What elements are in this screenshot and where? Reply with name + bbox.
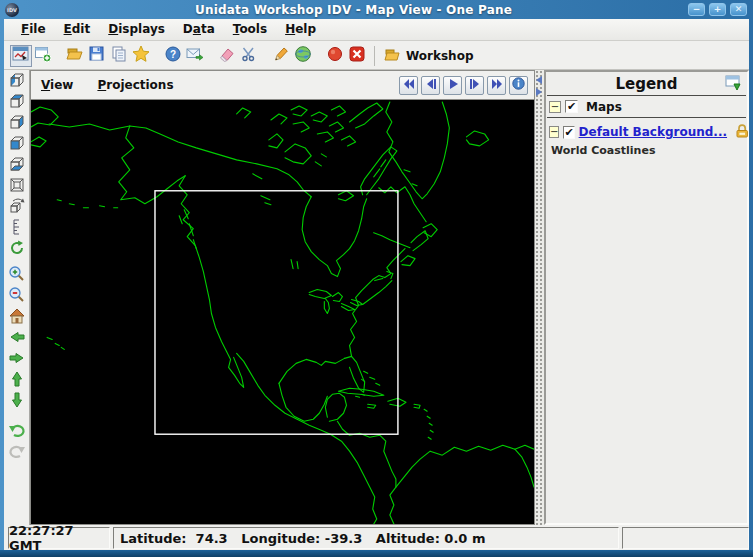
zoom-out-icon [8,286,26,307]
undo-button[interactable] [6,421,28,442]
open-file-button[interactable] [64,45,86,67]
record-image-button[interactable] [324,45,346,67]
globe-projection-button[interactable] [292,45,314,67]
help-button[interactable]: ? [162,45,184,67]
reset-home-button[interactable] [6,307,28,328]
menu-projections[interactable]: Projections [97,76,183,94]
view-left-button[interactable] [6,71,28,92]
zoom-in-button[interactable] [6,265,28,286]
float-legend-button[interactable] [725,75,743,92]
play-button[interactable] [443,76,462,95]
support-request-button[interactable] [184,45,206,67]
workshop-group[interactable]: Workshop [384,47,473,65]
vertical-scale-button[interactable] [6,218,28,239]
maps-group-label: Maps [582,100,622,114]
step-back-button[interactable] [421,76,440,95]
default-background-link[interactable]: Default Background... [579,125,727,139]
minimize-button[interactable]: − [688,3,705,16]
maximize-button[interactable]: + [709,3,726,16]
menu-edit[interactable]: Edit [55,20,100,39]
save-floppy-icon [88,45,106,66]
cube-left-icon [8,71,26,92]
pan-up-button[interactable] [6,370,28,391]
save-file-button[interactable] [86,45,108,67]
window-bottom-border [0,550,753,557]
view-bottom-button[interactable] [6,155,28,176]
longitude-label: Longitude: [228,531,321,546]
new-window-icon [34,45,52,66]
map-canvas[interactable] [31,99,534,524]
title-bar[interactable]: IDV Unidata Workshop IDV - Map View - On… [0,0,753,19]
arrow-up-icon [8,370,26,391]
go-to-start-button[interactable] [399,76,418,95]
cube-top-icon [8,92,26,113]
undo-icon [8,421,26,442]
show-dashboard-button[interactable] [10,45,32,67]
panel-splitter[interactable] [535,70,544,525]
record-icon [326,45,344,66]
cube-front-icon [8,134,26,155]
info-icon [512,77,525,93]
go-to-end-button[interactable] [487,76,506,95]
redo-icon [8,442,26,463]
altitude-value: 0.0 m [440,531,486,546]
erase-displays-button[interactable] [216,45,238,67]
menu-help[interactable]: Help [276,20,325,39]
cube-bottom-icon [8,155,26,176]
menu-displays[interactable]: Displays [99,20,174,39]
menu-bar: File Edit Displays Data Tools Help [4,19,749,41]
altitude-label: Altitude: [362,531,440,546]
favorites-button[interactable] [130,45,152,67]
pan-right-button[interactable] [6,349,28,370]
help-icon: ? [164,45,182,66]
step-forward-button[interactable] [465,76,484,95]
view-front-button[interactable] [6,134,28,155]
rotate-cube-icon [8,197,26,218]
wireframe-box-button[interactable] [6,176,28,197]
view-right-button[interactable] [6,113,28,134]
world-coastline-map [31,100,534,524]
auto-rotate-button[interactable] [6,239,28,260]
cube-right-icon [8,113,26,134]
redo-button[interactable] [6,442,28,463]
idv-logo-icon: IDV [5,3,19,17]
cut-displays-button[interactable] [238,45,260,67]
arrow-right-icon [8,349,26,370]
item-visibility-checkbox[interactable]: ✔ [563,126,574,139]
close-button[interactable]: ✕ [730,3,747,16]
mail-icon [186,45,204,66]
collapse-left-icon[interactable] [536,76,542,84]
menu-view[interactable]: View [41,76,83,94]
workshop-folder-icon [384,47,401,65]
exit-icon [348,45,366,66]
animation-properties-button[interactable] [509,76,528,95]
toolbar-separator [374,46,375,66]
pan-down-button[interactable] [6,391,28,412]
auto-rotate-icon [8,239,26,260]
maps-visibility-checkbox[interactable]: ✔ [565,100,578,113]
collapse-item-button[interactable]: − [549,126,559,138]
lock-icon[interactable] [734,123,750,142]
menu-file[interactable]: File [12,20,55,39]
edit-draw-button[interactable] [270,45,292,67]
new-window-button[interactable] [32,45,54,67]
open-folder-icon [66,45,84,66]
step-back-icon [425,78,437,93]
eraser-icon [218,45,236,66]
collapse-maps-button[interactable]: − [549,101,561,113]
copy-bundle-button[interactable] [108,45,130,67]
workshop-label: Workshop [406,49,473,63]
rotate-viewpoint-button[interactable] [6,197,28,218]
pencil-icon [272,45,290,66]
exit-button[interactable] [346,45,368,67]
zoom-out-button[interactable] [6,286,28,307]
play-icon [447,78,459,93]
menu-data[interactable]: Data [174,20,224,39]
pan-left-button[interactable] [6,328,28,349]
collapse-right-icon[interactable] [536,88,542,96]
scissors-icon [240,45,258,66]
clock-readout: 22:27:27 GMT [8,527,110,549]
view-menu-bar: View Projections [31,71,534,99]
view-top-button[interactable] [6,92,28,113]
menu-tools[interactable]: Tools [224,20,276,39]
